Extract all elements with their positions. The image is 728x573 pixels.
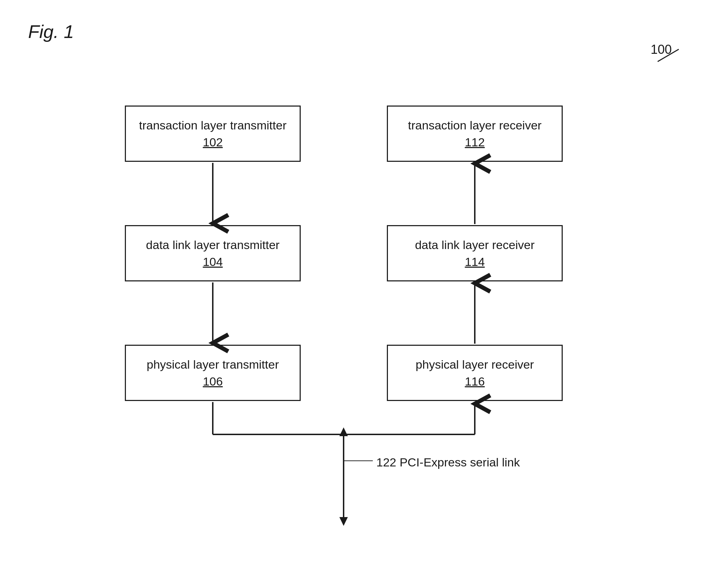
- box-plt-ref: 106: [203, 374, 223, 389]
- ref-100: 100: [651, 42, 672, 57]
- svg-marker-10: [339, 517, 348, 526]
- box-data-link-layer-transmitter: data link layer transmitter 104: [125, 225, 301, 281]
- box-plr-ref: 116: [465, 374, 485, 389]
- figure-label: Fig. 1: [28, 21, 74, 42]
- box-dllr-ref: 114: [465, 254, 485, 269]
- box-data-link-layer-receiver: data link layer receiver 114: [387, 225, 563, 281]
- box-physical-layer-transmitter: physical layer transmitter 106: [125, 345, 301, 401]
- box-physical-layer-receiver: physical layer receiver 116: [387, 345, 563, 401]
- pci-link-label: 122 PCI-Express serial link: [376, 456, 520, 469]
- box-tlt-label: transaction layer transmitter: [139, 117, 287, 133]
- box-transaction-layer-receiver: transaction layer receiver 112: [387, 106, 563, 162]
- diagram-arrows: [0, 0, 728, 573]
- box-dllt-ref: 104: [203, 254, 223, 269]
- box-tlr-ref: 112: [465, 134, 485, 150]
- box-dllr-label: data link layer receiver: [415, 237, 535, 253]
- box-tlt-ref: 102: [203, 134, 223, 150]
- box-plr-label: physical layer receiver: [416, 357, 534, 372]
- svg-marker-9: [339, 427, 348, 436]
- box-plt-label: physical layer transmitter: [147, 357, 279, 372]
- box-transaction-layer-transmitter: transaction layer transmitter 102: [125, 106, 301, 162]
- box-dllt-label: data link layer transmitter: [146, 237, 280, 253]
- box-tlr-label: transaction layer receiver: [408, 117, 542, 133]
